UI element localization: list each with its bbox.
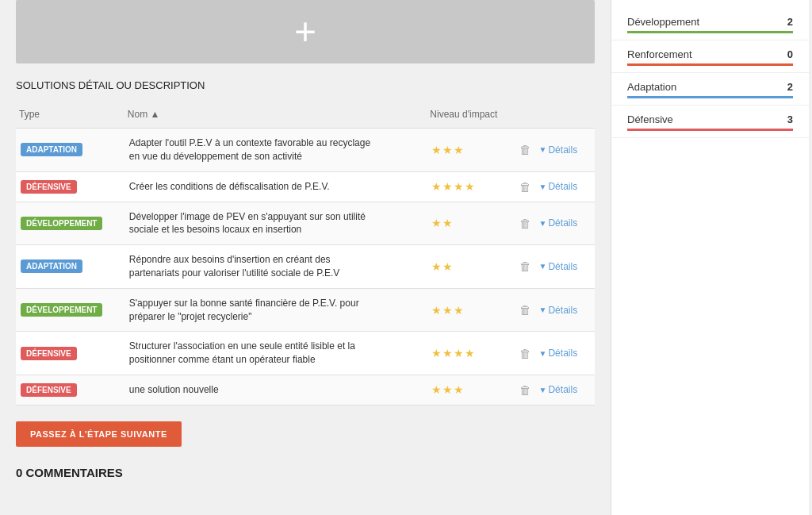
sidebar-item-count: 3 — [787, 113, 793, 125]
type-cell: DÉFENSIVE — [16, 171, 124, 202]
type-badge: DÉFENSIVE — [21, 383, 77, 397]
stars-cell: ★★★★ — [427, 171, 514, 202]
details-label: Détails — [548, 305, 577, 316]
details-link[interactable]: ▼ Détails — [539, 181, 578, 192]
type-badge: ADAPTATION — [21, 259, 82, 273]
details-label: Détails — [548, 181, 577, 192]
type-cell: ADAPTATION — [16, 245, 124, 289]
details-link[interactable]: ▼ Détails — [539, 261, 578, 272]
type-cell: DÉVELOPPEMENT — [16, 202, 124, 245]
table-row: ADAPTATION Adapter l'outil P.E.V à un co… — [16, 129, 595, 172]
solutions-table: Type Nom ▲ Niveau d'impact ADAPTATION Ad… — [16, 104, 595, 405]
type-cell: DÉVELOPPEMENT — [16, 288, 124, 332]
stars-cell: ★★★ — [427, 288, 514, 332]
action-cell: 🗑 ▼ Détails — [515, 202, 595, 245]
type-badge: DÉVELOPPEMENT — [21, 217, 102, 230]
sidebar-item-bar — [627, 129, 793, 131]
sidebar-row: Adaptation 2 — [611, 73, 809, 106]
details-label: Détails — [548, 261, 577, 272]
nom-cell: S'appuyer sur la bonne santé financière … — [124, 288, 427, 332]
add-icon: + — [294, 13, 316, 51]
details-link[interactable]: ▼ Détails — [539, 384, 578, 395]
table-row: DÉFENSIVE une solution nouvelle ★★★ 🗑 ▼ … — [16, 375, 595, 405]
chevron-down-icon: ▼ — [539, 219, 547, 228]
table-row: ADAPTATION Répondre aux besoins d'insert… — [16, 245, 595, 289]
sidebar-row: Défensive 3 — [611, 106, 809, 138]
stars-cell: ★★ — [427, 245, 514, 289]
type-badge: DÉFENSIVE — [21, 347, 77, 360]
chevron-down-icon: ▼ — [539, 262, 547, 271]
sidebar-item-label: Renforcement — [627, 48, 692, 60]
sidebar: Développement 2 Renforcement 0 Adaptatio… — [611, 0, 809, 515]
type-badge: DÉFENSIVE — [21, 180, 77, 194]
type-cell: DÉFENSIVE — [16, 375, 124, 405]
stars-cell: ★★ — [427, 202, 514, 245]
table-row: DÉVELOPPEMENT Développer l'image de PEV … — [16, 202, 595, 245]
action-cell: 🗑 ▼ Détails — [515, 375, 595, 405]
comments-title: 0 COMMENTAIRES — [16, 466, 595, 479]
sidebar-item-bar — [627, 31, 793, 33]
sidebar-item-label: Développement — [627, 16, 699, 28]
delete-icon[interactable]: 🗑 — [519, 143, 531, 156]
action-cell: 🗑 ▼ Détails — [515, 288, 595, 332]
sidebar-item-label: Adaptation — [627, 81, 676, 93]
details-link[interactable]: ▼ Détails — [539, 305, 578, 316]
nom-cell: Créer les conditions de défiscalisation … — [124, 171, 427, 202]
next-step-button[interactable]: PASSEZ À L'ÉTAPE SUIVANTE — [16, 421, 182, 447]
action-cell: 🗑 ▼ Détails — [515, 171, 595, 202]
sidebar-item-bar — [627, 96, 793, 98]
table-row: DÉFENSIVE Créer les conditions de défisc… — [16, 171, 595, 202]
type-badge: DÉVELOPPEMENT — [21, 303, 102, 317]
delete-icon[interactable]: 🗑 — [519, 259, 531, 273]
col-nom[interactable]: Nom ▲ — [124, 104, 427, 129]
stars-cell: ★★★ — [427, 375, 514, 405]
details-label: Détails — [548, 384, 577, 395]
type-cell: DÉFENSIVE — [16, 332, 124, 375]
stars-cell: ★★★ — [427, 129, 514, 172]
chevron-down-icon: ▼ — [539, 386, 547, 394]
stars-cell: ★★★★ — [427, 332, 514, 375]
delete-icon[interactable]: 🗑 — [519, 383, 531, 397]
delete-icon[interactable]: 🗑 — [519, 303, 531, 317]
section-title: SOLUTIONS DÉTAIL OU DESCRIPTION — [16, 78, 595, 91]
chevron-down-icon: ▼ — [539, 183, 547, 191]
action-cell: 🗑 ▼ Détails — [515, 332, 595, 375]
details-link[interactable]: ▼ Détails — [539, 144, 578, 156]
nom-cell: Adapter l'outil P.E.V à un contexte favo… — [124, 129, 427, 172]
action-cell: 🗑 ▼ Détails — [515, 245, 595, 289]
sidebar-item-label: Défensive — [627, 113, 673, 125]
details-link[interactable]: ▼ Détails — [539, 217, 578, 229]
type-badge: ADAPTATION — [21, 143, 82, 156]
details-link[interactable]: ▼ Détails — [539, 348, 578, 359]
chevron-down-icon: ▼ — [539, 306, 547, 314]
col-impact: Niveau d'impact — [427, 104, 514, 129]
details-label: Détails — [548, 217, 577, 229]
sidebar-item-count: 0 — [787, 48, 793, 60]
details-label: Détails — [548, 144, 577, 156]
chevron-down-icon: ▼ — [539, 145, 547, 154]
nom-cell: une solution nouvelle — [124, 375, 427, 405]
sidebar-item-count: 2 — [787, 16, 793, 28]
delete-icon[interactable]: 🗑 — [519, 217, 531, 230]
col-type: Type — [16, 104, 124, 129]
table-row: DÉVELOPPEMENT S'appuyer sur la bonne san… — [16, 288, 595, 332]
nom-cell: Répondre aux besoins d'insertion en créa… — [124, 245, 427, 289]
type-cell: ADAPTATION — [16, 129, 124, 172]
delete-icon[interactable]: 🗑 — [519, 347, 531, 360]
sidebar-row: Développement 2 — [611, 8, 809, 40]
sidebar-item-bar — [627, 63, 793, 66]
delete-icon[interactable]: 🗑 — [519, 180, 531, 194]
action-cell: 🗑 ▼ Détails — [515, 129, 595, 172]
table-row: DÉFENSIVE Structurer l'association en un… — [16, 332, 595, 375]
nom-cell: Structurer l'association en une seule en… — [124, 332, 427, 375]
sidebar-row: Renforcement 0 — [611, 40, 809, 73]
details-label: Détails — [548, 348, 577, 359]
sidebar-item-count: 2 — [787, 81, 793, 93]
chevron-down-icon: ▼ — [539, 349, 547, 358]
add-solution-area[interactable]: + — [16, 0, 595, 63]
nom-cell: Développer l'image de PEV en s'appuyant … — [124, 202, 427, 245]
